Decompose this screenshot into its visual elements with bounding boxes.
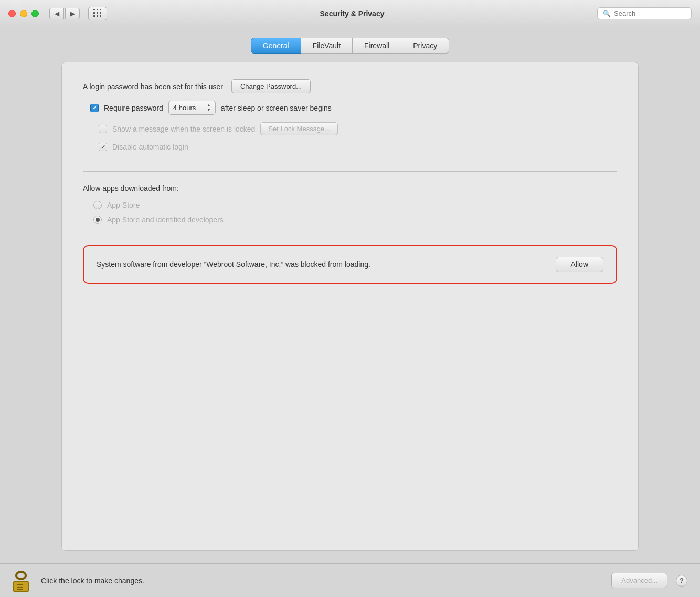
grid-button[interactable]: [88, 7, 107, 20]
forward-button[interactable]: ▶: [65, 8, 80, 19]
app-store-identified-label: App Store and identified developers: [107, 216, 224, 224]
bottom-bar: Click the lock to make changes. Advanced…: [0, 563, 700, 597]
radio-selected-indicator: [96, 218, 100, 222]
require-password-row: Require password 4 hours ▲ ▼ after sleep…: [83, 101, 617, 115]
search-box[interactable]: 🔍: [597, 7, 692, 19]
lock-icon[interactable]: [13, 571, 33, 591]
content-area: General FileVault Firewall Privacy A log…: [0, 27, 700, 563]
show-message-label: Show a message when the screen is locked: [112, 125, 255, 133]
notification-box: System software from developer “Webroot …: [83, 245, 617, 284]
after-sleep-label: after sleep or screen saver begins: [221, 104, 332, 112]
hours-select[interactable]: 4 hours ▲ ▼: [168, 101, 216, 115]
titlebar: ◀ ▶ Security & Privacy 🔍: [0, 0, 700, 27]
tab-general[interactable]: General: [251, 38, 301, 54]
allow-apps-title: Allow apps downloaded from:: [83, 184, 617, 193]
main-panel: A login password has been set for this u…: [61, 62, 639, 551]
disable-login-row: Disable automatic login: [83, 143, 617, 151]
notification-text: System software from developer “Webroot …: [97, 259, 370, 270]
show-message-row: Show a message when the screen is locked…: [83, 122, 617, 135]
click-lock-text: Click the lock to make changes.: [41, 577, 144, 585]
maximize-button[interactable]: [31, 10, 39, 17]
close-button[interactable]: [8, 10, 16, 17]
tab-firewall[interactable]: Firewall: [353, 38, 401, 54]
set-lock-message-button[interactable]: Set Lock Message...: [260, 122, 338, 135]
back-button[interactable]: ◀: [49, 8, 64, 19]
tab-privacy[interactable]: Privacy: [401, 38, 449, 54]
search-input[interactable]: [614, 9, 687, 17]
lock-svg: [13, 571, 33, 594]
allow-button[interactable]: Allow: [556, 257, 603, 272]
disable-login-label: Disable automatic login: [112, 143, 188, 151]
hours-select-value: 4 hours: [173, 104, 196, 112]
require-password-label: Require password: [104, 104, 163, 112]
traffic-lights: [8, 10, 39, 17]
minimize-button[interactable]: [20, 10, 27, 17]
svg-rect-2: [17, 584, 23, 585]
stepper-up-icon: ▲: [207, 103, 211, 108]
tab-filevault[interactable]: FileVault: [301, 38, 353, 54]
advanced-button[interactable]: Advanced...: [611, 573, 667, 588]
svg-rect-0: [16, 572, 26, 579]
help-button[interactable]: ?: [676, 575, 687, 587]
disable-login-checkbox[interactable]: [99, 143, 107, 151]
require-password-checkbox[interactable]: [90, 104, 99, 112]
allow-apps-section: Allow apps downloaded from: App Store Ap…: [83, 184, 617, 284]
tabs-row: General FileVault Firewall Privacy: [251, 38, 449, 54]
show-message-checkbox[interactable]: [99, 125, 107, 133]
nav-buttons: ◀ ▶: [49, 8, 80, 19]
app-store-identified-radio[interactable]: [93, 216, 102, 224]
window-title: Security & Privacy: [113, 9, 591, 18]
password-section: A login password has been set for this u…: [83, 79, 617, 166]
app-store-radio[interactable]: [93, 201, 102, 209]
section-divider: [83, 171, 617, 172]
change-password-button[interactable]: Change Password...: [231, 79, 311, 93]
grid-icon: [93, 9, 102, 18]
app-store-radio-row: App Store: [93, 201, 617, 209]
radio-options: App Store App Store and identified devel…: [83, 201, 617, 224]
stepper-arrows: ▲ ▼: [207, 103, 211, 112]
login-password-text: A login password has been set for this u…: [83, 82, 223, 91]
login-password-row: A login password has been set for this u…: [83, 79, 617, 93]
svg-rect-4: [17, 589, 23, 590]
app-store-identified-radio-row: App Store and identified developers: [93, 216, 617, 224]
app-store-label: App Store: [107, 201, 140, 209]
svg-rect-3: [17, 587, 23, 588]
stepper-down-icon: ▼: [207, 108, 211, 112]
search-icon: 🔍: [603, 10, 611, 17]
